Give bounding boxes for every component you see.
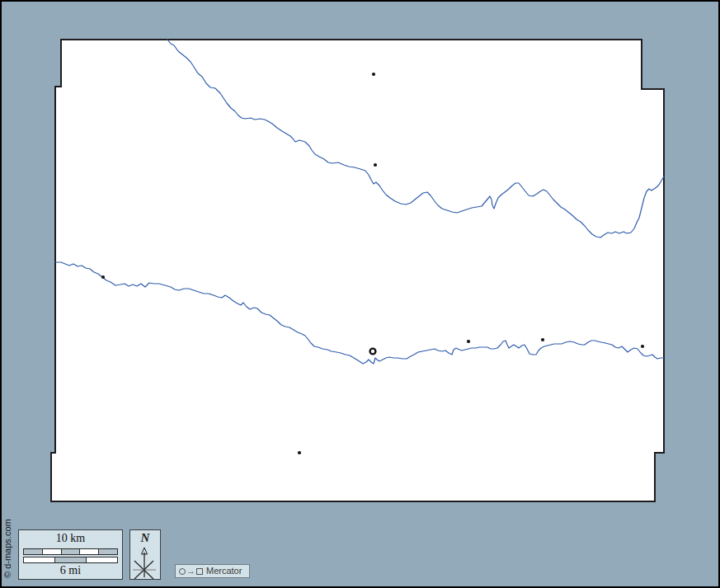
county-map	[0, 0, 720, 588]
arrow-glyph: →	[186, 565, 195, 577]
map-stage: 10 km 6 mi N → Mercator © d-maps.com	[0, 0, 720, 588]
scale-km-label: 10 km	[19, 531, 122, 546]
credit-text: © d-maps.com	[2, 519, 12, 578]
circle-glyph	[179, 568, 186, 575]
city-dot	[641, 345, 644, 348]
north-label: N	[130, 531, 160, 545]
compass-rose-icon	[130, 547, 162, 581]
city-dot	[541, 338, 544, 341]
scale-segment	[54, 557, 86, 562]
scale-mi-label: 6 mi	[19, 563, 122, 578]
scale-segment	[24, 549, 42, 554]
city-dot	[374, 163, 377, 167]
scale-segment	[61, 549, 80, 554]
scale-bar: 10 km 6 mi	[18, 529, 123, 580]
scale-bar-mi	[23, 557, 118, 563]
scale-bar-km	[23, 548, 118, 555]
scale-segment	[42, 549, 61, 554]
city-dot	[372, 73, 375, 76]
city-dot	[298, 451, 301, 454]
scale-segment	[86, 557, 117, 562]
city-dot	[467, 340, 470, 343]
square-glyph	[196, 568, 203, 575]
projection-label: Mercator	[206, 565, 242, 577]
scale-segment	[24, 557, 54, 562]
compass: N	[129, 529, 161, 580]
county-outline	[51, 40, 664, 501]
county-seat-marker	[370, 349, 376, 355]
city-dot	[101, 275, 105, 279]
scale-segment	[79, 549, 98, 554]
scale-segment	[98, 549, 117, 554]
projection-badge: → Mercator	[175, 564, 250, 578]
